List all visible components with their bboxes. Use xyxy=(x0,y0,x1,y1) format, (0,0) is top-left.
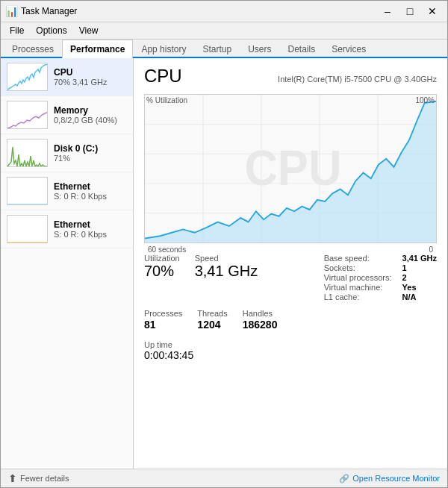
cpu-chart: % Utilization 100% CPU xyxy=(144,94,437,243)
sidebar-item-ethernet2[interactable]: Ethernet S: 0 R: 0 Kbps xyxy=(1,210,133,248)
stats-row1: Utilization 70% Speed 3,41 GHz Base spee… xyxy=(144,254,437,301)
tab-performance[interactable]: Performance xyxy=(62,40,133,58)
info-key-virtualproc: Virtual processors: xyxy=(324,273,392,282)
sidebar-item-disk[interactable]: Disk 0 (C:) 71% xyxy=(1,134,133,172)
info-key-sockets: Sockets: xyxy=(324,263,392,272)
tab-bar: Processes Performance App history Startu… xyxy=(1,40,447,58)
cpu-sidebar-info: CPU 70% 3,41 GHz xyxy=(54,67,108,87)
cpu-sub: 70% 3,41 GHz xyxy=(54,78,108,87)
title-bar: 📊 Task Manager – □ ✕ xyxy=(1,1,447,22)
info-val-basespeed: 3,41 GHz xyxy=(402,254,437,263)
sidebar: CPU 70% 3,41 GHz Memory 0,8/2,0 GB (40%) xyxy=(1,58,134,469)
chart-x-start: 60 seconds xyxy=(148,245,186,254)
open-resource-monitor-button[interactable]: 🔗 Open Resource Monitor xyxy=(339,474,440,484)
stat-handles: Handles 186280 xyxy=(243,309,278,333)
info-key-virtualmachine: Virtual machine: xyxy=(324,283,392,292)
processes-value: 81 xyxy=(144,318,182,333)
ethernet2-sub: S: 0 R: 0 Kbps xyxy=(54,230,107,239)
cpu-thumbnail xyxy=(7,63,48,91)
bottom-bar: ⬆ Fewer details 🔗 Open Resource Monitor xyxy=(1,469,447,487)
menu-bar: File Options View xyxy=(1,22,447,40)
close-button[interactable]: ✕ xyxy=(422,4,443,19)
sidebar-item-ethernet1[interactable]: Ethernet S: 0 R: 0 Kbps xyxy=(1,172,133,210)
info-val-sockets: 1 xyxy=(402,263,437,272)
sidebar-item-memory[interactable]: Memory 0,8/2,0 GB (40%) xyxy=(1,96,133,134)
memory-sidebar-info: Memory 0,8/2,0 GB (40%) xyxy=(54,105,117,125)
info-key-basespeed: Base speed: xyxy=(324,254,392,263)
stat-processes: Processes 81 xyxy=(144,309,182,333)
chart-x-end: 0 xyxy=(429,245,433,254)
tab-users[interactable]: Users xyxy=(240,40,279,58)
memory-sub: 0,8/2,0 GB (40%) xyxy=(54,116,117,125)
ethernet1-label: Ethernet xyxy=(54,181,107,192)
threads-value: 1204 xyxy=(197,318,227,333)
menu-file[interactable]: File xyxy=(4,24,30,37)
resource-monitor-icon: 🔗 xyxy=(339,474,349,484)
ethernet1-thumbnail xyxy=(7,177,48,205)
svg-text:CPU: CPU xyxy=(244,140,341,195)
chart-y-label: % Utilization xyxy=(146,96,187,104)
app-icon: 📊 xyxy=(5,5,18,17)
ethernet2-sidebar-info: Ethernet S: 0 R: 0 Kbps xyxy=(54,219,107,239)
svg-rect-3 xyxy=(7,216,48,243)
speed-value: 3,41 GHz xyxy=(195,263,258,279)
title-bar-left: 📊 Task Manager xyxy=(5,5,77,17)
main-content: CPU 70% 3,41 GHz Memory 0,8/2,0 GB (40%) xyxy=(1,58,447,469)
tab-processes[interactable]: Processes xyxy=(4,40,62,58)
ethernet2-thumbnail xyxy=(7,215,48,243)
speed-label: Speed xyxy=(195,254,258,263)
handles-label: Handles xyxy=(243,309,278,318)
detail-title: CPU xyxy=(144,66,182,87)
tab-details[interactable]: Details xyxy=(279,40,323,58)
memory-thumbnail xyxy=(7,101,48,129)
utilization-label: Utilization xyxy=(144,254,180,263)
uptime-label: Up time xyxy=(144,340,437,349)
info-key-l1cache: L1 cache: xyxy=(324,293,392,301)
sidebar-item-cpu[interactable]: CPU 70% 3,41 GHz xyxy=(1,58,133,96)
title-controls: – □ ✕ xyxy=(377,4,443,19)
disk-sidebar-info: Disk 0 (C:) 71% xyxy=(54,143,98,163)
fewer-details-button[interactable]: ⬆ Fewer details xyxy=(8,472,69,484)
chevron-up-icon: ⬆ xyxy=(8,472,17,484)
uptime-section: Up time 0:00:43:45 xyxy=(144,340,437,361)
menu-options[interactable]: Options xyxy=(30,24,72,37)
stat-threads: Threads 1204 xyxy=(197,309,227,333)
tab-startup[interactable]: Startup xyxy=(194,40,240,58)
stat-utilization: Utilization 70% xyxy=(144,254,180,301)
disk-thumbnail xyxy=(7,139,48,167)
open-resource-monitor-label: Open Resource Monitor xyxy=(352,474,440,483)
info-right: Base speed: 3,41 GHz Sockets: 1 Virtual … xyxy=(324,254,437,301)
memory-label: Memory xyxy=(54,105,117,116)
cpu-label: CPU xyxy=(54,67,108,78)
stats-row2: Processes 81 Threads 1204 Handles 186280 xyxy=(144,309,437,333)
chart-100-label: 100% xyxy=(415,96,435,104)
tab-services[interactable]: Services xyxy=(323,40,374,58)
tab-app-history[interactable]: App history xyxy=(133,40,194,58)
svg-rect-2 xyxy=(7,178,48,205)
processes-label: Processes xyxy=(144,309,182,318)
info-val-virtualproc: 2 xyxy=(402,273,437,282)
ethernet1-sidebar-info: Ethernet S: 0 R: 0 Kbps xyxy=(54,181,107,201)
utilization-value: 70% xyxy=(144,263,180,279)
maximize-button[interactable]: □ xyxy=(399,4,420,19)
menu-view[interactable]: View xyxy=(73,24,105,37)
threads-label: Threads xyxy=(197,309,227,318)
fewer-details-label: Fewer details xyxy=(20,474,69,483)
uptime-value: 0:00:43:45 xyxy=(144,349,437,361)
ethernet2-label: Ethernet xyxy=(54,219,107,230)
minimize-button[interactable]: – xyxy=(377,4,398,19)
disk-sub: 71% xyxy=(54,154,98,163)
stat-speed: Speed 3,41 GHz xyxy=(195,254,258,301)
detail-area: CPU Intel(R) Core(TM) i5-7500 CPU @ 3.40… xyxy=(134,58,447,469)
detail-subtitle: Intel(R) Core(TM) i5-7500 CPU @ 3.40GHz xyxy=(278,75,437,84)
ethernet1-sub: S: 0 R: 0 Kbps xyxy=(54,192,107,201)
handles-value: 186280 xyxy=(243,318,278,333)
disk-label: Disk 0 (C:) xyxy=(54,143,98,154)
info-val-l1cache: N/A xyxy=(402,293,437,301)
window-title: Task Manager xyxy=(21,6,77,16)
info-val-virtualmachine: Yes xyxy=(402,283,437,292)
detail-header: CPU Intel(R) Core(TM) i5-7500 CPU @ 3.40… xyxy=(144,66,437,87)
task-manager-window: 📊 Task Manager – □ ✕ File Options View P… xyxy=(0,0,448,488)
